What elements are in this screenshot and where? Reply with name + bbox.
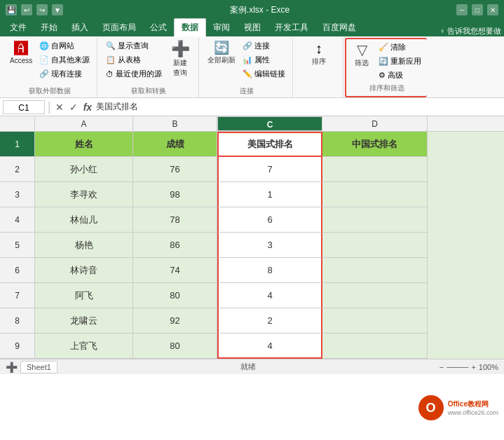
sheet-tab-1[interactable]: Sheet1 — [20, 361, 57, 373]
tab-developer[interactable]: 开发工具 — [268, 19, 315, 36]
filter-button[interactable]: ▽ 筛选 — [349, 41, 374, 70]
cell-a4[interactable]: 林仙儿 — [35, 207, 133, 233]
col-header-d[interactable]: D — [322, 116, 428, 131]
edit-links-button[interactable]: ✏️编辑链接 — [240, 67, 288, 81]
cell-c4[interactable]: 6 — [217, 207, 322, 233]
save-icon[interactable]: 💾 — [6, 4, 17, 15]
restore-icon[interactable]: □ — [472, 4, 483, 15]
row-header-3[interactable]: 3 — [0, 182, 35, 207]
cell-a3[interactable]: 李寻欢 — [35, 182, 133, 207]
tab-file[interactable]: 文件 — [3, 19, 34, 36]
tab-home[interactable]: 开始 — [34, 19, 64, 36]
close-icon[interactable]: ✕ — [487, 4, 498, 15]
cell-b9[interactable]: 80 — [133, 334, 217, 359]
cell-c9[interactable]: 4 — [217, 334, 322, 359]
advanced-button[interactable]: ⚙高级 — [376, 69, 424, 82]
customize-icon[interactable]: ▼ — [52, 4, 63, 15]
sort-button[interactable]: ↕ 排序 — [306, 39, 332, 69]
redo-icon[interactable]: ↪ — [36, 4, 48, 15]
cell-d6[interactable] — [322, 258, 428, 283]
row-header-6[interactable]: 6 — [0, 258, 35, 283]
cell-c2[interactable]: 7 — [217, 157, 322, 182]
new-query-button[interactable]: ➕ 新建查询 — [166, 39, 194, 80]
cell-c6[interactable]: 8 — [217, 258, 322, 283]
undo-icon[interactable]: ↩ — [21, 4, 32, 15]
sort-filter-items: ▽ 筛选 🧹清除 🔄重新应用 ⚙高级 — [349, 41, 424, 82]
properties-button[interactable]: 📊属性 — [240, 53, 288, 67]
cell-b7[interactable]: 80 — [133, 283, 217, 308]
tab-view[interactable]: 视图 — [237, 19, 268, 36]
confirm-icon[interactable]: ✓ — [68, 102, 79, 113]
group-sort-filter: ▽ 筛选 🧹清除 🔄重新应用 ⚙高级 排序和筛选 — [345, 38, 427, 97]
row-header-4[interactable]: 4 — [0, 207, 35, 233]
cell-d2[interactable] — [322, 157, 428, 182]
zoom-slider[interactable]: ──── — [447, 363, 468, 371]
tab-baidu[interactable]: 百度网盘 — [315, 19, 363, 36]
cell-a5[interactable]: 杨艳 — [35, 233, 133, 258]
cell-b8[interactable]: 92 — [133, 308, 217, 334]
external-data-label: 获取外部数据 — [29, 85, 71, 97]
cell-d5[interactable] — [322, 233, 428, 258]
cell-a2[interactable]: 孙小红 — [35, 157, 133, 182]
cell-a7[interactable]: 阿飞 — [35, 283, 133, 308]
cell-a6[interactable]: 林诗音 — [35, 258, 133, 283]
cell-b5[interactable]: 86 — [133, 233, 217, 258]
clear-button[interactable]: 🧹清除 — [376, 41, 424, 54]
access-button[interactable]: 🅰 Access — [7, 39, 35, 67]
zoom-out-icon[interactable]: − — [440, 363, 444, 371]
row-header-5[interactable]: 5 — [0, 233, 35, 258]
recent-source-button[interactable]: ⏱最近使用的源 — [103, 67, 165, 81]
cell-c8[interactable]: 2 — [217, 308, 322, 334]
function-icon[interactable]: fx — [82, 102, 93, 113]
tab-insert[interactable]: 插入 — [64, 19, 95, 36]
cell-a8[interactable]: 龙啸云 — [35, 308, 133, 334]
reapply-button[interactable]: 🔄重新应用 — [376, 55, 424, 68]
zoom-in-icon[interactable]: + — [471, 363, 475, 371]
tab-data[interactable]: 数据 — [174, 18, 206, 36]
refresh-all-button[interactable]: 🔄 全部刷新 — [205, 39, 238, 67]
row-header-1[interactable]: 1 — [0, 132, 35, 157]
cell-a1[interactable]: 姓名 — [35, 132, 133, 157]
tab-formula[interactable]: 公式 — [143, 19, 174, 36]
col-header-a[interactable]: A — [35, 116, 133, 131]
cell-c5[interactable]: 3 — [217, 233, 322, 258]
filter-icon: ▽ — [357, 43, 367, 57]
cell-reference[interactable]: C1 — [3, 100, 45, 114]
cell-c1[interactable]: 美国式排名 — [217, 132, 322, 157]
row-header-8[interactable]: 8 — [0, 308, 35, 334]
row-header-9[interactable]: 9 — [0, 334, 35, 359]
cell-b3[interactable]: 98 — [133, 182, 217, 207]
row-header-7[interactable]: 7 — [0, 283, 35, 308]
grid: 姓名 成绩 美国式排名 中国式排名 孙小红 76 7 李寻欢 98 1 林仙儿 — [35, 132, 504, 359]
cell-b4[interactable]: 78 — [133, 207, 217, 233]
existing-conn-button[interactable]: 🔗现有连接 — [36, 67, 93, 81]
connection-button[interactable]: 🔗连接 — [240, 39, 288, 53]
title-bar: 💾 ↩ ↪ ▼ 案例.xlsx - Exce ─ □ ✕ — [0, 0, 504, 20]
title-bar-left: 💾 ↩ ↪ ▼ — [6, 4, 63, 15]
web-button[interactable]: 🌐自网站 — [36, 39, 93, 53]
minimize-icon[interactable]: ─ — [456, 4, 468, 15]
cell-b1[interactable]: 成绩 — [133, 132, 217, 157]
row-header-2[interactable]: 2 — [0, 157, 35, 182]
cell-a9[interactable]: 上官飞 — [35, 334, 133, 359]
cell-c3[interactable]: 1 — [217, 182, 322, 207]
from-table-button[interactable]: 📋从表格 — [103, 53, 165, 67]
cell-b2[interactable]: 76 — [133, 157, 217, 182]
add-sheet-icon[interactable]: ➕ — [6, 362, 18, 373]
cell-d4[interactable] — [322, 207, 428, 233]
cell-d7[interactable] — [322, 283, 428, 308]
tab-layout[interactable]: 页面布局 — [95, 19, 143, 36]
col-header-c[interactable]: C — [217, 116, 322, 131]
tab-review[interactable]: 审阅 — [206, 19, 237, 36]
cell-d8[interactable] — [322, 308, 428, 334]
cell-d3[interactable] — [322, 182, 428, 207]
cell-b6[interactable]: 74 — [133, 258, 217, 283]
cancel-icon[interactable]: ✕ — [54, 102, 65, 113]
other-sources-button[interactable]: 📄自其他来源 — [36, 53, 93, 67]
cell-c7[interactable]: 4 — [217, 283, 322, 308]
cell-d9[interactable] — [322, 334, 428, 359]
col-header-b[interactable]: B — [133, 116, 217, 131]
show-query-button[interactable]: 🔍显示查询 — [103, 39, 165, 53]
cell-d1[interactable]: 中国式排名 — [322, 132, 428, 157]
formula-icons: ✕ ✓ fx — [54, 102, 93, 113]
